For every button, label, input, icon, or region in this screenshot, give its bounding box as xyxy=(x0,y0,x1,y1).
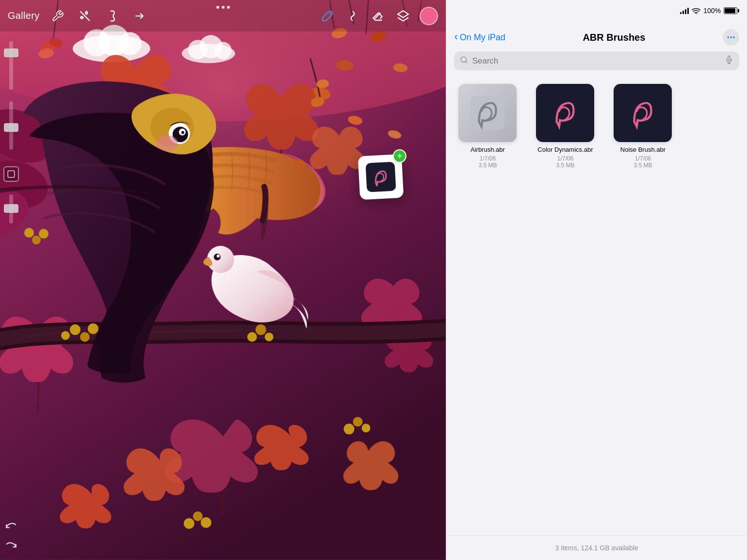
file-date-airbrush: 1/7/06 xyxy=(480,155,496,162)
procreate-logo-dragged xyxy=(370,166,392,188)
svg-point-76 xyxy=(733,36,734,38)
dragged-file-thumbnail xyxy=(365,161,396,192)
wrench-icon[interactable] xyxy=(49,7,66,25)
magic-wand-icon[interactable] xyxy=(76,7,94,25)
svg-point-28 xyxy=(214,42,232,59)
svg-point-64 xyxy=(353,417,363,427)
file-name-color-dynamics: Color Dynamics.abr xyxy=(537,146,593,154)
svg-rect-80 xyxy=(471,96,504,130)
file-browser-footer: 3 items, 124.1 GB available xyxy=(446,535,747,560)
back-button[interactable]: ‹ On My iPad xyxy=(454,32,505,43)
toolbar-right xyxy=(319,7,438,25)
svg-point-53 xyxy=(70,324,81,335)
noise-brush-thumb xyxy=(614,84,672,142)
svg-point-63 xyxy=(344,424,355,434)
microphone-icon[interactable] xyxy=(725,55,733,66)
svg-point-65 xyxy=(362,424,371,432)
status-dot-2 xyxy=(222,6,225,9)
color-dynamics-logo xyxy=(548,96,582,130)
layers-icon[interactable] xyxy=(394,7,412,25)
file-size-color-dynamics: 3.5 MB xyxy=(556,162,574,169)
lasso-icon[interactable] xyxy=(130,7,148,25)
svg-point-73 xyxy=(696,14,697,14)
left-sidebar xyxy=(0,32,22,560)
file-date-color-dynamics: 1/7/06 xyxy=(557,155,573,162)
svg-rect-81 xyxy=(548,96,582,130)
toolbar-left: Gallery xyxy=(8,7,148,25)
signal-icon xyxy=(680,7,689,14)
svg-line-42 xyxy=(222,493,223,514)
svg-point-58 xyxy=(256,324,266,335)
file-thumbnail-noise-brush xyxy=(614,84,672,142)
search-input[interactable] xyxy=(472,56,721,66)
smudge-icon[interactable] xyxy=(103,7,121,25)
file-thumbnail-color-dynamics xyxy=(536,84,594,142)
bottom-slider[interactable] xyxy=(9,194,13,224)
svg-rect-82 xyxy=(626,96,660,130)
search-icon xyxy=(460,56,468,66)
wifi-icon xyxy=(692,7,700,14)
file-item-noise-brush[interactable]: Noise Brush.abr 1/7/06 3.5 MB xyxy=(611,84,674,169)
size-slider[interactable] xyxy=(9,101,13,150)
file-item-color-dynamics[interactable]: Color Dynamics.abr 1/7/06 3.5 MB xyxy=(534,84,597,169)
status-dot-1 xyxy=(216,6,219,9)
more-options-button[interactable] xyxy=(723,29,739,46)
top-toolbar: Gallery xyxy=(0,0,446,32)
battery-icon xyxy=(724,7,737,14)
back-chevron-icon: ‹ xyxy=(454,32,457,42)
ios-status-bar: 100% xyxy=(446,0,747,21)
more-options-icon xyxy=(726,32,736,42)
color-dynamics-thumb xyxy=(536,84,594,142)
file-size-airbrush: 3.5 MB xyxy=(478,162,497,169)
svg-point-56 xyxy=(61,331,70,340)
opacity-slider[interactable] xyxy=(9,41,13,90)
svg-point-49 xyxy=(207,246,234,273)
gallery-button[interactable]: Gallery xyxy=(8,10,39,21)
storage-info: 3 items, 124.1 GB available xyxy=(555,544,638,552)
svg-point-51 xyxy=(217,255,220,257)
dragged-file: + xyxy=(358,154,404,200)
file-name-airbrush: Airbrush.abr xyxy=(471,146,505,154)
brush-tool-icon[interactable] xyxy=(319,7,336,25)
svg-point-74 xyxy=(728,36,729,38)
file-browser-nav: ‹ On My iPad ABR Brushes xyxy=(454,25,739,51)
airbrush-thumb xyxy=(458,84,517,142)
svg-rect-71 xyxy=(8,171,15,177)
eraser-icon[interactable] xyxy=(369,7,387,25)
svg-rect-72 xyxy=(370,166,392,188)
file-item-airbrush[interactable]: Airbrush.abr 1/7/06 3.5 MB xyxy=(456,84,519,169)
svg-point-59 xyxy=(265,333,274,341)
smudge-tool-icon[interactable] xyxy=(344,7,361,25)
svg-point-48 xyxy=(157,135,178,151)
svg-marker-70 xyxy=(398,11,409,17)
svg-point-60 xyxy=(184,518,195,529)
svg-point-54 xyxy=(80,332,90,342)
svg-point-38 xyxy=(24,228,34,238)
status-dots-center xyxy=(216,6,230,9)
redo-button[interactable] xyxy=(3,539,19,554)
file-size-noise-brush: 3.5 MB xyxy=(633,162,652,169)
file-name-noise-brush: Noise Brush.abr xyxy=(620,146,666,154)
search-bar[interactable] xyxy=(454,51,739,70)
svg-point-62 xyxy=(201,517,211,528)
back-label[interactable]: On My iPad xyxy=(460,32,505,43)
svg-point-47 xyxy=(181,131,184,134)
file-date-noise-brush: 1/7/06 xyxy=(635,155,651,162)
file-grid: Airbrush.abr 1/7/06 3.5 MB Color Dynamic… xyxy=(446,76,747,535)
svg-point-57 xyxy=(247,332,257,342)
square-tool-icon[interactable] xyxy=(3,166,19,182)
artwork-illustration xyxy=(0,0,446,560)
canvas-panel: Gallery xyxy=(0,0,446,560)
folder-title: ABR Brushes xyxy=(505,32,723,43)
svg-point-75 xyxy=(730,36,731,38)
status-icons: 100% xyxy=(680,7,737,15)
file-browser-header: ‹ On My iPad ABR Brushes xyxy=(446,21,747,76)
file-thumbnail-airbrush xyxy=(458,84,517,142)
svg-point-77 xyxy=(461,57,467,62)
svg-point-39 xyxy=(32,236,41,244)
svg-point-61 xyxy=(193,512,203,521)
color-swatch[interactable] xyxy=(420,7,438,25)
file-browser-panel: 100% ‹ On My iPad ABR Brushes xyxy=(446,0,747,560)
undo-button[interactable] xyxy=(3,519,19,535)
svg-point-55 xyxy=(88,323,98,334)
